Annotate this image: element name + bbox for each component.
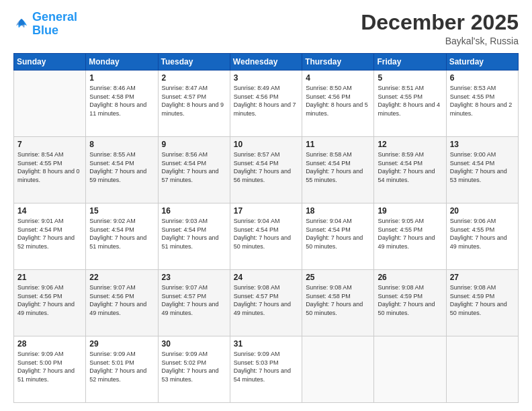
- table-row: 5 Sunrise: 8:51 AM Sunset: 4:55 PM Dayli…: [374, 71, 446, 137]
- table-row: 3 Sunrise: 8:49 AM Sunset: 4:56 PM Dayli…: [230, 71, 302, 137]
- day-info: Sunrise: 9:08 AM Sunset: 4:59 PM Dayligh…: [450, 283, 515, 317]
- day-info: Sunrise: 8:55 AM Sunset: 4:54 PM Dayligh…: [89, 150, 154, 184]
- day-info: Sunrise: 8:57 AM Sunset: 4:54 PM Dayligh…: [234, 150, 298, 184]
- day-info: Sunrise: 9:06 AM Sunset: 4:55 PM Dayligh…: [450, 217, 515, 250]
- sunset-text: Sunset: 4:54 PM: [306, 160, 351, 167]
- sunrise-text: Sunrise: 8:58 AM: [306, 151, 352, 158]
- day-info: Sunrise: 9:08 AM Sunset: 4:57 PM Dayligh…: [234, 283, 298, 317]
- sunrise-text: Sunrise: 9:05 AM: [378, 218, 424, 224]
- table-row: 24 Sunrise: 9:08 AM Sunset: 4:57 PM Dayl…: [230, 270, 302, 336]
- day-number: 4: [306, 73, 370, 83]
- day-info: Sunrise: 9:07 AM Sunset: 4:56 PM Dayligh…: [89, 283, 154, 317]
- sunset-text: Sunset: 5:00 PM: [17, 359, 62, 366]
- day-info: Sunrise: 9:09 AM Sunset: 5:02 PM Dayligh…: [162, 350, 226, 383]
- daylight-text: Daylight: 7 hours and 51 minutes.: [89, 234, 146, 250]
- sunrise-text: Sunrise: 9:09 AM: [89, 351, 136, 357]
- calendar-header-row: Sunday Monday Tuesday Wednesday Thursday…: [14, 54, 519, 71]
- sunrise-text: Sunrise: 9:07 AM: [162, 284, 208, 291]
- daylight-text: Daylight: 7 hours and 50 minutes.: [306, 234, 363, 250]
- header: General Blue December 2025 Baykal'sk, Ru…: [13, 11, 519, 46]
- sunset-text: Sunset: 4:54 PM: [450, 160, 495, 167]
- table-row: 2 Sunrise: 8:47 AM Sunset: 4:57 PM Dayli…: [158, 71, 230, 137]
- day-info: Sunrise: 8:51 AM Sunset: 4:55 PM Dayligh…: [378, 84, 442, 118]
- daylight-text: Daylight: 7 hours and 51 minutes.: [17, 367, 75, 383]
- logo-line1: General: [32, 10, 77, 24]
- day-info: Sunrise: 8:54 AM Sunset: 4:55 PM Dayligh…: [17, 150, 82, 184]
- sunrise-text: Sunrise: 9:01 AM: [17, 218, 64, 224]
- sunrise-text: Sunrise: 8:54 AM: [17, 151, 64, 158]
- daylight-text: Daylight: 7 hours and 49 minutes.: [89, 301, 146, 316]
- day-number: 27: [450, 273, 515, 282]
- table-row: [446, 336, 518, 403]
- calendar-week-row: 1 Sunrise: 8:46 AM Sunset: 4:58 PM Dayli…: [14, 71, 519, 137]
- day-number: 26: [378, 273, 442, 282]
- table-row: 17 Sunrise: 9:04 AM Sunset: 4:54 PM Dayl…: [230, 203, 302, 270]
- day-number: 24: [234, 273, 298, 282]
- sunset-text: Sunset: 5:03 PM: [234, 359, 279, 366]
- sunrise-text: Sunrise: 8:46 AM: [89, 85, 136, 91]
- day-number: 28: [17, 339, 82, 349]
- table-row: 15 Sunrise: 9:02 AM Sunset: 4:54 PM Dayl…: [86, 203, 158, 270]
- daylight-text: Daylight: 7 hours and 51 minutes.: [162, 234, 219, 250]
- calendar-week-row: 14 Sunrise: 9:01 AM Sunset: 4:54 PM Dayl…: [14, 203, 519, 270]
- logo-line2: Blue: [32, 24, 58, 37]
- sunrise-text: Sunrise: 9:04 AM: [306, 218, 352, 224]
- sunset-text: Sunset: 4:55 PM: [378, 226, 423, 233]
- sunrise-text: Sunrise: 9:08 AM: [450, 284, 496, 291]
- sunset-text: Sunset: 4:54 PM: [378, 160, 423, 167]
- sunset-text: Sunset: 4:56 PM: [306, 93, 351, 100]
- day-info: Sunrise: 8:59 AM Sunset: 4:54 PM Dayligh…: [378, 150, 442, 184]
- day-number: 18: [306, 206, 370, 216]
- sunset-text: Sunset: 4:56 PM: [89, 293, 134, 300]
- daylight-text: Daylight: 7 hours and 59 minutes.: [89, 168, 146, 183]
- sunrise-text: Sunrise: 9:08 AM: [234, 284, 280, 291]
- sunrise-text: Sunrise: 8:53 AM: [450, 85, 496, 91]
- table-row: 21 Sunrise: 9:06 AM Sunset: 4:56 PM Dayl…: [14, 270, 86, 336]
- day-number: 30: [162, 339, 226, 349]
- title-block: December 2025 Baykal'sk, Russia: [361, 11, 519, 46]
- sunrise-text: Sunrise: 8:56 AM: [162, 151, 208, 158]
- day-number: 13: [450, 140, 515, 149]
- table-row: 30 Sunrise: 9:09 AM Sunset: 5:02 PM Dayl…: [158, 336, 230, 403]
- sunrise-text: Sunrise: 8:47 AM: [162, 85, 208, 91]
- table-row: 20 Sunrise: 9:06 AM Sunset: 4:55 PM Dayl…: [446, 203, 518, 270]
- day-info: Sunrise: 8:46 AM Sunset: 4:58 PM Dayligh…: [89, 84, 154, 118]
- day-info: Sunrise: 9:00 AM Sunset: 4:54 PM Dayligh…: [450, 150, 515, 184]
- day-info: Sunrise: 9:03 AM Sunset: 4:54 PM Dayligh…: [162, 217, 226, 250]
- sunrise-text: Sunrise: 8:55 AM: [89, 151, 136, 158]
- sunset-text: Sunset: 4:55 PM: [450, 226, 495, 233]
- sunset-text: Sunset: 4:54 PM: [234, 160, 279, 167]
- page: General Blue December 2025 Baykal'sk, Ru…: [0, 0, 532, 411]
- logo-text: General Blue: [32, 11, 77, 38]
- day-number: 17: [234, 206, 298, 216]
- table-row: 23 Sunrise: 9:07 AM Sunset: 4:57 PM Dayl…: [158, 270, 230, 336]
- daylight-text: Daylight: 7 hours and 57 minutes.: [162, 168, 219, 183]
- daylight-text: Daylight: 8 hours and 4 minutes.: [378, 101, 440, 117]
- daylight-text: Daylight: 7 hours and 50 minutes.: [378, 301, 435, 316]
- daylight-text: Daylight: 7 hours and 49 minutes.: [234, 301, 291, 316]
- day-number: 14: [17, 206, 82, 216]
- day-info: Sunrise: 9:07 AM Sunset: 4:57 PM Dayligh…: [162, 283, 226, 317]
- sunset-text: Sunset: 4:54 PM: [162, 160, 207, 167]
- sunset-text: Sunset: 4:54 PM: [234, 226, 279, 233]
- table-row: 12 Sunrise: 8:59 AM Sunset: 4:54 PM Dayl…: [374, 137, 446, 203]
- table-row: 22 Sunrise: 9:07 AM Sunset: 4:56 PM Dayl…: [86, 270, 158, 336]
- col-friday: Friday: [374, 54, 446, 71]
- sunset-text: Sunset: 4:58 PM: [306, 293, 351, 300]
- table-row: [14, 71, 86, 137]
- day-info: Sunrise: 9:06 AM Sunset: 4:56 PM Dayligh…: [17, 283, 82, 317]
- daylight-text: Daylight: 8 hours and 2 minutes.: [450, 101, 513, 117]
- daylight-text: Daylight: 8 hours and 11 minutes.: [89, 101, 146, 117]
- day-number: 2: [162, 73, 226, 83]
- table-row: 13 Sunrise: 9:00 AM Sunset: 4:54 PM Dayl…: [446, 137, 518, 203]
- sunset-text: Sunset: 4:59 PM: [450, 293, 495, 300]
- day-info: Sunrise: 9:04 AM Sunset: 4:54 PM Dayligh…: [306, 217, 370, 250]
- sunrise-text: Sunrise: 9:02 AM: [89, 218, 136, 224]
- daylight-text: Daylight: 7 hours and 50 minutes.: [450, 301, 507, 316]
- daylight-text: Daylight: 7 hours and 52 minutes.: [17, 234, 75, 250]
- sunset-text: Sunset: 4:54 PM: [17, 226, 62, 233]
- day-number: 1: [89, 73, 154, 83]
- table-row: 27 Sunrise: 9:08 AM Sunset: 4:59 PM Dayl…: [446, 270, 518, 336]
- sunset-text: Sunset: 4:57 PM: [162, 93, 207, 100]
- day-info: Sunrise: 9:09 AM Sunset: 5:03 PM Dayligh…: [234, 350, 298, 383]
